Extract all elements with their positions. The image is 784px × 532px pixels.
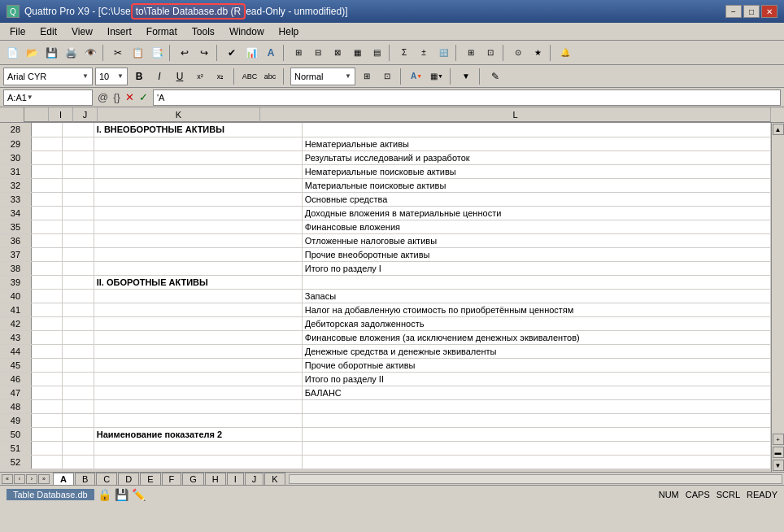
row-header[interactable]: 49 — [0, 413, 31, 427]
confirm-icon[interactable]: ✓ — [137, 91, 150, 103]
cell-3[interactable]: I. ВНЕОБОРОТНЫЕ АКТИВЫ — [94, 123, 302, 137]
cell-4[interactable]: Итого по разделу II — [302, 372, 770, 386]
row-header[interactable]: 36 — [0, 233, 31, 247]
cell-2[interactable] — [63, 192, 94, 206]
cell-1[interactable] — [31, 150, 62, 164]
tb-btn-5[interactable]: ▤ — [368, 44, 385, 62]
font-size-dropdown[interactable]: 10 ▼ — [95, 68, 128, 85]
row-header[interactable]: 30 — [0, 150, 31, 164]
cell-3[interactable] — [94, 413, 302, 427]
sheet-tab-b[interactable]: B — [75, 473, 95, 486]
cell-4[interactable]: Результаты исследований и разработок — [302, 150, 770, 164]
horizontal-scrollbar[interactable] — [289, 474, 782, 484]
cell-2[interactable] — [63, 261, 94, 275]
sheet-tab-d[interactable]: D — [118, 473, 139, 486]
sheet-tab-j[interactable]: J — [245, 473, 264, 486]
status-lock-icon[interactable]: 🔒 — [98, 488, 111, 501]
format-btn-3[interactable]: ▼ — [457, 68, 475, 85]
cell-4[interactable]: Дебиторская задолженность — [302, 316, 770, 330]
cell-3[interactable] — [94, 206, 302, 220]
cell-1[interactable] — [31, 399, 62, 413]
tb-btn-1[interactable]: ⊞ — [290, 44, 307, 62]
cell-3[interactable] — [94, 289, 302, 303]
format-btn-2[interactable]: ⊡ — [378, 68, 396, 85]
scroll-pageup-btn[interactable]: + — [773, 434, 784, 445]
status-edit-icon[interactable]: ✏️ — [132, 488, 146, 501]
row-header[interactable]: 40 — [0, 289, 31, 303]
border-btn[interactable]: ▦▼ — [428, 68, 446, 85]
cell-1[interactable] — [31, 275, 62, 289]
cell-1[interactable] — [31, 441, 62, 455]
cell-2[interactable] — [63, 137, 94, 150]
cell-2[interactable] — [63, 441, 94, 455]
cell-1[interactable] — [31, 192, 62, 206]
cell-4[interactable]: Запасы — [302, 289, 770, 303]
menu-tools[interactable]: Tools — [185, 24, 221, 39]
cell-4[interactable]: Нематериальные активы — [302, 137, 770, 150]
cut-button[interactable]: ✂ — [109, 44, 127, 62]
sheet-tab-e[interactable]: E — [140, 473, 160, 486]
row-header[interactable]: 43 — [0, 330, 31, 344]
row-header[interactable]: 37 — [0, 247, 31, 261]
row-header[interactable]: 39 — [0, 275, 31, 289]
brace-icon[interactable]: {} — [111, 91, 122, 103]
cell-4[interactable]: Финансовые вложения (за исключением дене… — [302, 330, 770, 344]
cell-2[interactable] — [63, 275, 94, 289]
row-header[interactable]: 33 — [0, 192, 31, 206]
cell-2[interactable] — [63, 247, 94, 261]
row-header[interactable]: 47 — [0, 386, 31, 399]
at-icon[interactable]: @ — [96, 91, 110, 103]
underline-button[interactable]: U — [171, 68, 189, 85]
cell-3[interactable] — [94, 192, 302, 206]
cell-2[interactable] — [63, 150, 94, 164]
row-header[interactable]: 28 — [0, 123, 31, 137]
cell-4[interactable]: Нематериальные поисковые активы — [302, 164, 770, 178]
chart-button[interactable]: 📊 — [242, 44, 260, 62]
cell-3[interactable] — [94, 220, 302, 233]
row-header[interactable]: 48 — [0, 399, 31, 413]
col-header-i[interactable]: I — [49, 107, 73, 122]
cell-2[interactable] — [63, 358, 94, 372]
cell-1[interactable] — [31, 386, 62, 399]
tb-btn-6[interactable]: ⊞ — [462, 44, 480, 62]
cell-4[interactable] — [302, 399, 770, 413]
cell-4[interactable] — [302, 427, 770, 441]
cell-1[interactable] — [31, 220, 62, 233]
cell-2[interactable] — [63, 386, 94, 399]
sort-button[interactable]: ± — [415, 44, 433, 62]
new-button[interactable]: 📄 — [3, 44, 21, 62]
row-header[interactable]: 45 — [0, 358, 31, 372]
tab-prev-btn[interactable]: ‹ — [14, 474, 25, 484]
row-header[interactable]: 29 — [0, 137, 31, 150]
cell-1[interactable] — [31, 358, 62, 372]
cell-4[interactable] — [302, 441, 770, 455]
tb-btn-7[interactable]: ⊡ — [481, 44, 499, 62]
print-button[interactable]: 🖨️ — [62, 44, 80, 62]
cell-1[interactable] — [31, 164, 62, 178]
row-header[interactable]: 42 — [0, 316, 31, 330]
row-header[interactable]: 34 — [0, 206, 31, 220]
superscript-button[interactable]: x² — [191, 68, 209, 85]
format-btn-4[interactable]: ✎ — [486, 68, 504, 85]
cell-3[interactable] — [94, 150, 302, 164]
cell-2[interactable] — [63, 289, 94, 303]
menu-format[interactable]: Format — [140, 24, 184, 39]
cell-1[interactable] — [31, 289, 62, 303]
cell-1[interactable] — [31, 427, 62, 441]
cell-1[interactable] — [31, 261, 62, 275]
minimize-button[interactable]: − — [725, 5, 742, 18]
sheet-tab-f[interactable]: F — [162, 473, 182, 486]
menu-insert[interactable]: Insert — [101, 24, 138, 39]
cell-1[interactable] — [31, 344, 62, 358]
cell-1[interactable] — [31, 372, 62, 386]
cell-2[interactable] — [63, 455, 94, 469]
cancel-icon[interactable]: ✕ — [124, 91, 136, 103]
cell-3[interactable] — [94, 247, 302, 261]
cell-3[interactable] — [94, 233, 302, 247]
cell-4[interactable] — [302, 123, 770, 137]
cell-2[interactable] — [63, 427, 94, 441]
cell-2[interactable] — [63, 303, 94, 316]
cell-2[interactable] — [63, 164, 94, 178]
cell-3[interactable] — [94, 303, 302, 316]
row-header[interactable]: 41 — [0, 303, 31, 316]
